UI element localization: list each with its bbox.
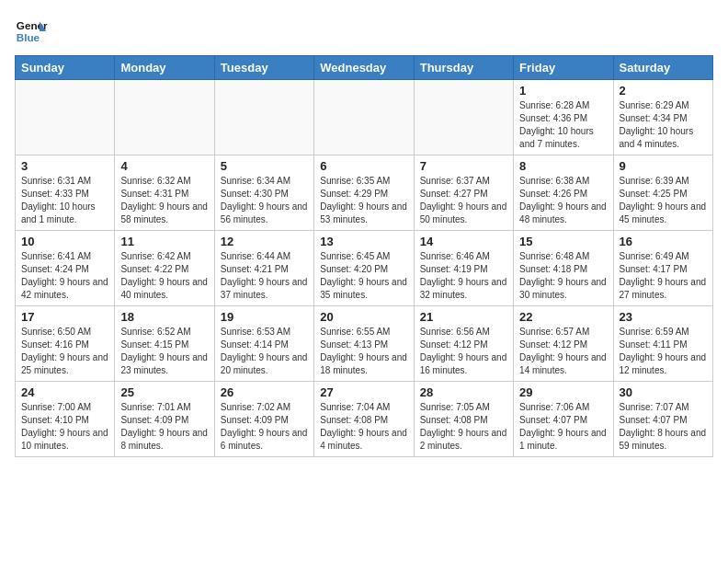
day-info: Sunrise: 6:32 AM Sunset: 4:31 PM Dayligh… [120,175,208,226]
day-number: 27 [320,385,407,399]
day-info: Sunrise: 6:34 AM Sunset: 4:30 PM Dayligh… [221,175,308,226]
day-number: 21 [420,310,507,324]
day-info: Sunrise: 6:55 AM Sunset: 4:13 PM Dayligh… [320,326,407,377]
calendar-cell: 27Sunrise: 7:04 AM Sunset: 4:08 PM Dayli… [314,382,414,457]
day-number: 20 [320,310,407,324]
week-row-1: 1Sunrise: 6:28 AM Sunset: 4:36 PM Daylig… [16,80,713,155]
day-number: 22 [519,310,607,324]
day-info: Sunrise: 6:38 AM Sunset: 4:26 PM Dayligh… [519,175,607,226]
calendar-table: SundayMondayTuesdayWednesdayThursdayFrid… [15,55,713,457]
day-number: 12 [221,235,308,248]
col-header-tuesday: Tuesday [214,56,313,80]
day-info: Sunrise: 6:48 AM Sunset: 4:18 PM Dayligh… [519,250,607,302]
calendar-cell: 29Sunrise: 7:06 AM Sunset: 4:07 PM Dayli… [514,382,613,457]
day-info: Sunrise: 6:46 AM Sunset: 4:19 PM Dayligh… [420,250,507,302]
day-info: Sunrise: 6:35 AM Sunset: 4:29 PM Dayligh… [320,175,407,226]
col-header-friday: Friday [514,56,613,80]
day-info: Sunrise: 7:02 AM Sunset: 4:09 PM Dayligh… [221,401,308,453]
day-number: 28 [420,385,507,399]
day-number: 17 [21,310,108,324]
day-number: 8 [519,159,607,173]
day-info: Sunrise: 6:31 AM Sunset: 4:33 PM Dayligh… [21,175,108,226]
day-info: Sunrise: 7:06 AM Sunset: 4:07 PM Dayligh… [519,401,607,453]
day-number: 15 [519,235,607,248]
day-info: Sunrise: 6:56 AM Sunset: 4:12 PM Dayligh… [420,326,507,377]
day-number: 1 [519,84,607,98]
logo: General Blue [15,15,51,48]
calendar-cell: 23Sunrise: 6:59 AM Sunset: 4:11 PM Dayli… [613,306,712,382]
day-info: Sunrise: 7:04 AM Sunset: 4:08 PM Dayligh… [320,401,407,453]
day-number: 16 [620,235,707,248]
day-number: 2 [620,84,707,98]
day-number: 11 [120,235,208,248]
calendar-cell: 30Sunrise: 7:07 AM Sunset: 4:07 PM Dayli… [613,382,712,457]
calendar-cell: 3Sunrise: 6:31 AM Sunset: 4:33 PM Daylig… [16,155,115,231]
calendar-cell: 28Sunrise: 7:05 AM Sunset: 4:08 PM Dayli… [414,382,513,457]
calendar-cell: 12Sunrise: 6:44 AM Sunset: 4:21 PM Dayli… [214,231,313,306]
calendar-cell [414,80,513,155]
calendar-cell: 9Sunrise: 6:39 AM Sunset: 4:25 PM Daylig… [613,155,712,231]
week-row-5: 24Sunrise: 7:00 AM Sunset: 4:10 PM Dayli… [16,382,713,457]
day-number: 29 [519,385,607,399]
day-info: Sunrise: 7:05 AM Sunset: 4:08 PM Dayligh… [420,401,507,453]
day-info: Sunrise: 6:49 AM Sunset: 4:17 PM Dayligh… [620,250,707,302]
calendar-cell: 6Sunrise: 6:35 AM Sunset: 4:29 PM Daylig… [314,155,414,231]
day-info: Sunrise: 7:01 AM Sunset: 4:09 PM Dayligh… [120,401,208,453]
calendar-cell: 21Sunrise: 6:56 AM Sunset: 4:12 PM Dayli… [414,306,513,382]
calendar-cell: 14Sunrise: 6:46 AM Sunset: 4:19 PM Dayli… [414,231,513,306]
calendar-cell: 18Sunrise: 6:52 AM Sunset: 4:15 PM Dayli… [115,306,214,382]
calendar-cell: 16Sunrise: 6:49 AM Sunset: 4:17 PM Dayli… [613,231,712,306]
day-number: 6 [320,159,407,173]
calendar-cell: 26Sunrise: 7:02 AM Sunset: 4:09 PM Dayli… [214,382,313,457]
calendar-cell: 20Sunrise: 6:55 AM Sunset: 4:13 PM Dayli… [314,306,414,382]
calendar-body: 1Sunrise: 6:28 AM Sunset: 4:36 PM Daylig… [16,80,713,457]
day-number: 3 [21,159,108,173]
calendar-cell: 22Sunrise: 6:57 AM Sunset: 4:12 PM Dayli… [514,306,613,382]
calendar-cell: 25Sunrise: 7:01 AM Sunset: 4:09 PM Dayli… [115,382,214,457]
week-row-4: 17Sunrise: 6:50 AM Sunset: 4:16 PM Dayli… [16,306,713,382]
calendar-header-row: SundayMondayTuesdayWednesdayThursdayFrid… [16,56,713,80]
page-header: General Blue [15,15,713,48]
calendar-cell: 4Sunrise: 6:32 AM Sunset: 4:31 PM Daylig… [115,155,214,231]
day-number: 18 [120,310,208,324]
calendar-cell: 10Sunrise: 6:41 AM Sunset: 4:24 PM Dayli… [16,231,115,306]
calendar-cell: 17Sunrise: 6:50 AM Sunset: 4:16 PM Dayli… [16,306,115,382]
day-number: 24 [21,385,108,399]
day-info: Sunrise: 7:00 AM Sunset: 4:10 PM Dayligh… [21,401,108,453]
day-info: Sunrise: 6:50 AM Sunset: 4:16 PM Dayligh… [21,326,108,377]
calendar-cell [314,80,414,155]
week-row-3: 10Sunrise: 6:41 AM Sunset: 4:24 PM Dayli… [16,231,713,306]
calendar-cell: 11Sunrise: 6:42 AM Sunset: 4:22 PM Dayli… [115,231,214,306]
calendar-cell [16,80,115,155]
day-info: Sunrise: 6:42 AM Sunset: 4:22 PM Dayligh… [120,250,208,302]
day-number: 5 [221,159,308,173]
day-number: 4 [120,159,208,173]
calendar-cell: 19Sunrise: 6:53 AM Sunset: 4:14 PM Dayli… [214,306,313,382]
day-info: Sunrise: 6:37 AM Sunset: 4:27 PM Dayligh… [420,175,507,226]
calendar-cell: 13Sunrise: 6:45 AM Sunset: 4:20 PM Dayli… [314,231,414,306]
day-info: Sunrise: 6:41 AM Sunset: 4:24 PM Dayligh… [21,250,108,302]
col-header-sunday: Sunday [16,56,115,80]
day-number: 14 [420,235,507,248]
day-info: Sunrise: 6:59 AM Sunset: 4:11 PM Dayligh… [620,326,707,377]
calendar-cell: 15Sunrise: 6:48 AM Sunset: 4:18 PM Dayli… [514,231,613,306]
day-number: 19 [221,310,308,324]
week-row-2: 3Sunrise: 6:31 AM Sunset: 4:33 PM Daylig… [16,155,713,231]
col-header-saturday: Saturday [613,56,712,80]
calendar-cell: 5Sunrise: 6:34 AM Sunset: 4:30 PM Daylig… [214,155,313,231]
col-header-monday: Monday [115,56,214,80]
calendar-cell: 8Sunrise: 6:38 AM Sunset: 4:26 PM Daylig… [514,155,613,231]
day-number: 25 [120,385,208,399]
day-number: 23 [620,310,707,324]
day-info: Sunrise: 6:39 AM Sunset: 4:25 PM Dayligh… [620,175,707,226]
day-number: 9 [620,159,707,173]
day-info: Sunrise: 6:29 AM Sunset: 4:34 PM Dayligh… [620,99,707,151]
day-info: Sunrise: 6:52 AM Sunset: 4:15 PM Dayligh… [120,326,208,377]
day-number: 13 [320,235,407,248]
day-number: 10 [21,235,108,248]
calendar-cell [115,80,214,155]
day-number: 7 [420,159,507,173]
calendar-cell: 24Sunrise: 7:00 AM Sunset: 4:10 PM Dayli… [16,382,115,457]
day-info: Sunrise: 7:07 AM Sunset: 4:07 PM Dayligh… [620,401,707,453]
day-info: Sunrise: 6:57 AM Sunset: 4:12 PM Dayligh… [519,326,607,377]
